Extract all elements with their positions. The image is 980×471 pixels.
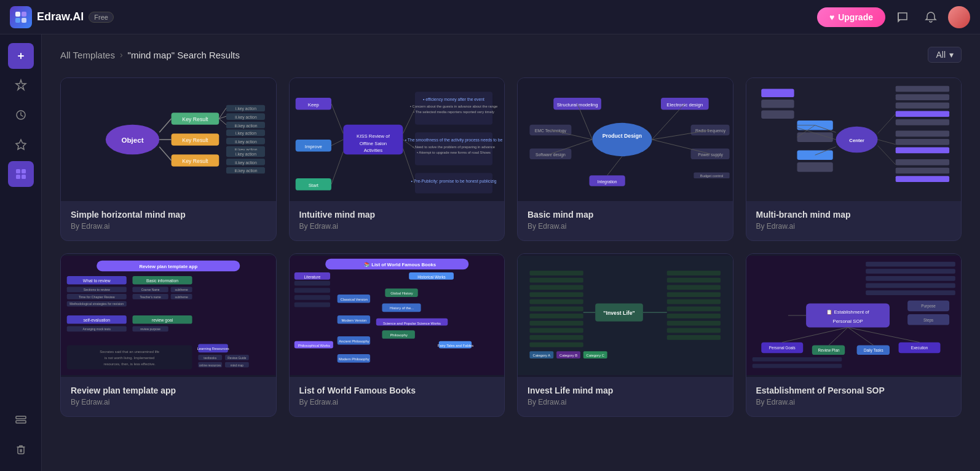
template-card-invest-life[interactable]: "Invest Life" — [517, 253, 733, 417]
template-author-3: By Edraw.ai — [528, 222, 723, 231]
svg-rect-208 — [529, 292, 583, 297]
svg-text:Radio frequency: Radio frequency — [695, 129, 726, 133]
template-card-world-books[interactable]: 📚 List of World Famous Books Literature … — [289, 253, 505, 417]
svg-rect-199 — [294, 288, 330, 293]
template-card-multi-branch[interactable]: Center — [746, 77, 962, 241]
svg-rect-216 — [667, 271, 721, 275]
svg-rect-261 — [752, 364, 842, 368]
svg-text:Literature: Literature — [304, 275, 320, 279]
free-badge: Free — [89, 12, 114, 23]
svg-text:• efficiency money after the e: • efficiency money after the event — [423, 97, 484, 102]
header: Edraw.AI Free ♥ Upgrade — [0, 0, 980, 34]
svg-text:Object: Object — [121, 136, 143, 144]
thumb-svg-6: 📚 List of World Famous Books Literature … — [290, 254, 505, 377]
sidebar-item-templates[interactable] — [8, 161, 34, 187]
template-name-1: Simple horizontal mind map — [71, 210, 266, 220]
thumb-svg-5: Review plan template app What to review … — [61, 254, 276, 377]
svg-rect-211 — [529, 314, 583, 319]
template-thumb-8: 📋 Establishment of Personal SOP Purpose … — [746, 254, 962, 377]
svg-text:Product Design: Product Design — [603, 133, 642, 139]
template-info-1: Simple horizontal mind map By Edraw.ai — [61, 201, 276, 240]
svg-rect-237 — [866, 276, 955, 281]
svg-rect-117 — [895, 159, 949, 165]
svg-text:Budget control: Budget control — [700, 174, 723, 178]
sidebar-item-new[interactable] — [8, 43, 34, 69]
svg-rect-214 — [529, 335, 583, 340]
svg-rect-217 — [667, 278, 721, 283]
svg-text:📋 Establishment of: 📋 Establishment of — [826, 309, 869, 315]
template-author-5: By Edraw.ai — [71, 398, 266, 406]
template-author-4: By Edraw.ai — [756, 222, 952, 231]
svg-rect-238 — [866, 283, 955, 288]
upgrade-label: Upgrade — [838, 12, 873, 22]
upgrade-button[interactable]: ♥ Upgrade — [817, 7, 885, 27]
svg-text:Global History: Global History — [390, 291, 413, 295]
svg-text:Integration: Integration — [598, 180, 617, 184]
sidebar-item-favorites[interactable] — [8, 132, 34, 157]
svg-rect-114 — [895, 148, 949, 154]
svg-text:resources, then, is less effec: resources, then, is less effective. — [104, 362, 156, 366]
svg-rect-116 — [797, 162, 832, 172]
svg-rect-8 — [16, 175, 20, 179]
svg-text:Basic information: Basic information — [146, 279, 178, 283]
svg-rect-210 — [529, 306, 583, 311]
breadcrumb: All Templates › "mind map" Search Result… — [60, 47, 962, 63]
template-card-intuitive[interactable]: Keep Improve Start KISS Review of Offlin… — [289, 77, 505, 241]
template-name-8: Establishment of Personal SOP — [756, 386, 952, 395]
svg-rect-108 — [895, 94, 949, 100]
template-card-review-plan[interactable]: Review plan template app What to review … — [60, 253, 277, 417]
svg-rect-205 — [529, 271, 583, 275]
svg-text:ii.key action: ii.key action — [235, 115, 257, 120]
header-logo: Edraw.AI Free — [10, 6, 114, 28]
template-name-6: List of World Famous Books — [299, 386, 495, 395]
logo-icon — [14, 10, 28, 24]
sidebar-item-trash[interactable] — [8, 437, 34, 462]
logo-box — [10, 6, 32, 28]
breadcrumb-all-templates[interactable]: All Templates — [60, 50, 115, 60]
svg-rect-2 — [15, 18, 20, 23]
sidebar-item-ai[interactable] — [8, 73, 34, 98]
svg-text:subtheme: subtheme — [175, 288, 188, 291]
breadcrumb-separator: › — [120, 50, 123, 60]
svg-text:Ancient Philosophy: Ancient Philosophy — [339, 339, 369, 343]
svg-rect-236 — [866, 269, 955, 274]
template-card-basic[interactable]: Product Design Structural modeling EMC T… — [517, 77, 733, 241]
svg-text:Socrates said that an unexamin: Socrates said that an unexamined life — [100, 350, 159, 354]
user-avatar[interactable] — [948, 6, 970, 28]
svg-text:Philosophical Works: Philosophical Works — [298, 344, 330, 347]
template-name-7: Invest Life mind map — [528, 386, 723, 395]
svg-rect-11 — [16, 421, 26, 423]
template-name-3: Basic mind map — [528, 210, 723, 220]
message-icon[interactable] — [891, 6, 914, 28]
svg-text:Review Guide: Review Guide — [227, 357, 246, 360]
template-card-personal-sop[interactable]: 📋 Establishment of Personal SOP Purpose … — [746, 253, 962, 417]
content-area: All Templates › "mind map" Search Result… — [42, 34, 980, 471]
sidebar-item-recent[interactable] — [8, 102, 34, 128]
svg-rect-260 — [752, 357, 842, 362]
svg-rect-222 — [667, 314, 721, 319]
svg-text:Time for Chapter Review: Time for Chapter Review — [79, 295, 115, 299]
svg-text:Philosophy: Philosophy — [390, 333, 408, 337]
svg-text:Category B: Category B — [559, 354, 577, 357]
svg-rect-103 — [761, 100, 794, 108]
template-author-8: By Edraw.ai — [756, 398, 952, 406]
svg-rect-212 — [529, 321, 583, 326]
svg-rect-104 — [761, 110, 794, 119]
filter-label: All — [936, 50, 946, 60]
svg-text:Category A: Category A — [532, 354, 550, 357]
sidebar-item-stack[interactable] — [8, 407, 34, 433]
filter-dropdown[interactable]: All ▾ — [928, 47, 962, 63]
svg-text:Execution: Execution — [911, 346, 928, 350]
template-info-6: List of World Famous Books By Edraw.ai — [290, 377, 505, 416]
svg-rect-201 — [294, 303, 330, 307]
svg-text:KISS Review of: KISS Review of — [356, 133, 390, 139]
svg-text:Review plan template app: Review plan template app — [139, 264, 197, 269]
notification-icon[interactable] — [920, 6, 942, 28]
svg-rect-207 — [529, 285, 583, 290]
template-card-simple-horizontal[interactable]: Object Key Result Key Result Key Result — [60, 77, 277, 241]
svg-rect-215 — [529, 342, 583, 347]
thumb-svg-2: Keep Improve Start KISS Review of Offlin… — [290, 78, 505, 201]
svg-text:"Invest Life": "Invest Life" — [603, 310, 634, 316]
svg-rect-209 — [529, 299, 583, 304]
svg-text:Offline Salon: Offline Salon — [359, 141, 386, 146]
